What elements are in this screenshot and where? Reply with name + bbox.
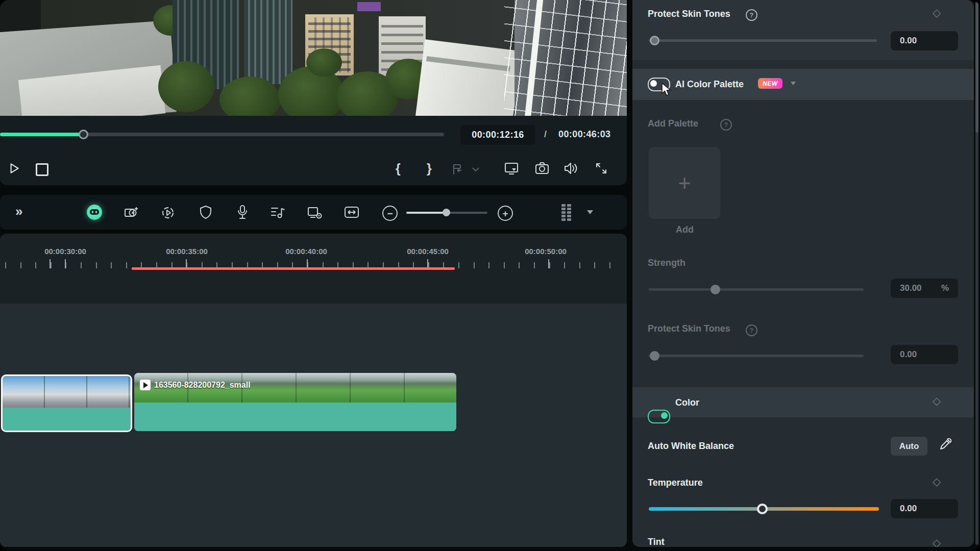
volume-button[interactable] xyxy=(564,161,579,176)
button-text: Auto xyxy=(899,441,919,452)
protect-skin-tones-value[interactable]: 0.00 xyxy=(891,31,958,51)
caret-down-icon[interactable] xyxy=(587,210,593,214)
ruler-label: 00:00:40:00 xyxy=(285,247,327,256)
clip-audio-track xyxy=(134,403,456,431)
eyedropper-icon[interactable] xyxy=(939,437,953,451)
track-manager-icon[interactable] xyxy=(561,204,571,221)
plus-icon: + xyxy=(678,170,691,196)
color-toggle[interactable] xyxy=(648,410,670,423)
strength-slider[interactable] xyxy=(649,288,864,291)
display-device-button[interactable] xyxy=(504,161,519,176)
panel-scrollbar-thumb[interactable] xyxy=(975,2,978,133)
mark-out-button[interactable]: } xyxy=(427,161,432,176)
timeline-zoom-track[interactable] xyxy=(447,212,487,214)
audio-list-icon[interactable] xyxy=(271,206,286,219)
protect-skin-tones-label: Protect Skin Tones xyxy=(648,9,730,19)
timeline-toolbar: » − + xyxy=(0,195,627,230)
clip-audio-track xyxy=(3,408,131,431)
protect-skin-tones-2-slider[interactable] xyxy=(649,355,864,357)
protect-skin-tones-2-slider-handle[interactable] xyxy=(650,351,659,361)
color-settings-panel: Protect Skin Tones ? ◇ 0.00 AI Color Pal… xyxy=(632,0,974,547)
timeline-zoom-track[interactable] xyxy=(406,212,447,214)
ruler-marked-range xyxy=(132,267,455,270)
mark-in-button[interactable]: { xyxy=(396,161,401,176)
strength-value[interactable]: 30.00 % xyxy=(891,279,958,298)
video-scene-glass-tower xyxy=(244,0,292,84)
current-timecode-box[interactable]: 00:00:12:16 xyxy=(460,125,535,145)
stop-button[interactable] xyxy=(36,163,48,176)
value-text: 0.00 xyxy=(900,504,917,514)
protect-skin-tones-slider[interactable] xyxy=(649,39,877,42)
temperature-slider-handle[interactable] xyxy=(757,504,768,514)
add-media-icon[interactable] xyxy=(124,206,139,219)
zoom-out-icon[interactable]: − xyxy=(382,206,398,221)
help-icon[interactable]: ? xyxy=(746,9,757,21)
shield-icon[interactable] xyxy=(199,205,212,219)
video-scene-sign xyxy=(357,2,381,11)
caret-down-icon[interactable] xyxy=(791,82,796,85)
preview-pane: 00:00:12:16 / 00:00:46:03 { } xyxy=(0,0,627,185)
clip-name: 163560-828200792_small xyxy=(154,381,251,390)
keyframe-diamond-icon[interactable]: ◇ xyxy=(933,395,941,407)
clip-thumbnails xyxy=(3,376,131,408)
expand-chevrons-icon[interactable]: » xyxy=(15,204,21,219)
auto-white-balance-label: Auto White Balance xyxy=(648,441,734,452)
temperature-label: Temperature xyxy=(648,478,703,488)
ruler-label: 00:00:45:00 xyxy=(407,247,449,256)
chevron-down-icon[interactable] xyxy=(472,167,479,172)
zoom-in-icon[interactable]: + xyxy=(498,206,513,221)
ai-copilot-icon[interactable] xyxy=(87,205,102,220)
playback-progress-fill xyxy=(0,133,83,136)
total-timecode: 00:00:46:03 xyxy=(558,129,610,140)
freeze-frame-icon[interactable] xyxy=(307,206,323,219)
keyframe-diamond-icon[interactable]: ◇ xyxy=(933,475,941,488)
marker-icon[interactable] xyxy=(451,163,464,176)
fullscreen-button[interactable] xyxy=(595,162,607,174)
add-palette-caption: Add xyxy=(676,224,694,235)
color-label: Color xyxy=(675,397,699,408)
playback-progress-handle[interactable] xyxy=(79,130,88,139)
timeline: 00:00:30:00 00:00:35:00 00:00:40:00 00:0… xyxy=(0,234,627,547)
strength-label: Strength xyxy=(648,258,685,268)
current-timecode: 00:00:12:16 xyxy=(472,130,524,140)
video-scene-tree xyxy=(158,61,214,112)
timeline-clip-selected[interactable] xyxy=(1,374,132,432)
unit-text: % xyxy=(941,283,949,293)
play-button[interactable] xyxy=(6,161,21,176)
timecode-separator: / xyxy=(544,129,547,140)
strength-slider-handle[interactable] xyxy=(710,285,720,294)
tint-label: Tint xyxy=(648,537,665,547)
clip-play-badge xyxy=(140,380,151,390)
ruler-label: 00:00:50:00 xyxy=(525,247,567,256)
new-badge: NEW xyxy=(758,78,782,89)
keyframe-diamond-icon[interactable]: ◇ xyxy=(933,537,941,547)
video-scene-tree xyxy=(306,48,342,77)
protect-skin-tones-2-label: Protect Skin Tones xyxy=(648,323,730,334)
app-window: 00:00:12:16 / 00:00:46:03 { } xyxy=(0,0,980,551)
microphone-icon[interactable] xyxy=(236,205,249,220)
value-text: 30.00 xyxy=(900,283,922,293)
add-palette-tile[interactable]: + xyxy=(649,147,720,219)
add-palette-label: Add Palette xyxy=(648,118,698,129)
fit-timeline-icon[interactable] xyxy=(344,206,359,219)
speed-icon[interactable] xyxy=(161,206,175,220)
snapshot-camera-button[interactable] xyxy=(535,161,549,176)
help-icon: ? xyxy=(746,324,757,336)
ruler-label: 00:00:30:00 xyxy=(44,247,86,256)
video-preview[interactable] xyxy=(0,0,627,116)
keyframe-diamond-icon[interactable]: ◇ xyxy=(933,7,941,19)
ai-color-palette-label: AI Color Palette xyxy=(675,79,744,90)
value-text: 0.00 xyxy=(900,36,917,46)
protect-skin-tones-2-value[interactable]: 0.00 xyxy=(891,345,958,364)
timeline-zoom-handle[interactable] xyxy=(443,209,450,216)
auto-white-balance-button[interactable]: Auto xyxy=(891,437,927,456)
mouse-cursor xyxy=(661,83,673,97)
timeline-clip[interactable]: 163560-828200792_small xyxy=(134,373,456,431)
ruler-label: 00:00:35:00 xyxy=(166,247,208,256)
temperature-value[interactable]: 0.00 xyxy=(891,499,958,518)
help-icon: ? xyxy=(720,119,732,131)
protect-skin-tones-slider-handle[interactable] xyxy=(650,36,659,45)
value-text: 0.00 xyxy=(900,349,917,360)
